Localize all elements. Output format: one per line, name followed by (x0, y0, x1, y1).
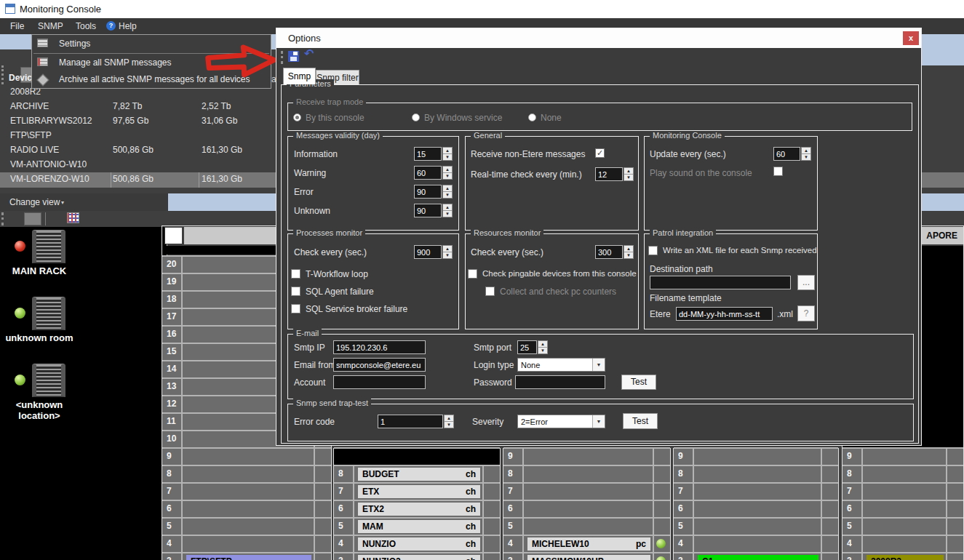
spin-up-icon[interactable]: ▲ (624, 168, 633, 175)
spin-down-icon[interactable]: ▼ (624, 252, 633, 258)
spin-down-icon[interactable]: ▼ (443, 211, 452, 217)
rack-toolbar-button[interactable] (24, 212, 41, 225)
rack-device[interactable]: MASSIMOW10UP (527, 555, 650, 560)
save-icon[interactable] (288, 51, 299, 62)
email-test-button[interactable]: Test (621, 375, 656, 390)
rack-row[interactable]: 5MAMch (334, 519, 500, 535)
rack-device[interactable]: ETX2ch (358, 503, 480, 516)
update-every-input[interactable] (773, 147, 800, 161)
rack-device[interactable]: C1 (698, 555, 818, 560)
tab-snmp[interactable]: Snmp (283, 68, 316, 84)
spin-down-icon[interactable]: ▼ (443, 173, 452, 179)
rack-row[interactable]: 4MICHELEW10pc (503, 536, 670, 552)
server-rack-icon[interactable] (32, 230, 65, 263)
rack-row[interactable]: 9 (503, 449, 670, 465)
rack-select-checkbox[interactable] (164, 227, 183, 244)
chevron-down-icon[interactable]: ▼ (592, 359, 605, 371)
grid-view-icon[interactable] (67, 212, 79, 223)
write-xml-checkbox[interactable] (648, 246, 658, 255)
processes-check-input[interactable] (414, 245, 442, 259)
close-icon[interactable]: x (903, 31, 919, 45)
login-type-dropdown[interactable]: None ▼ (517, 358, 605, 372)
radio-by-windows-service[interactable] (412, 113, 420, 121)
rack-row[interactable]: 9 (162, 449, 331, 465)
radio-by-this-console[interactable] (293, 113, 301, 121)
spin-up-icon[interactable]: ▲ (443, 185, 452, 192)
spinner[interactable]: ▲▼ (442, 204, 453, 217)
menu-file[interactable]: File (10, 21, 24, 31)
spinner[interactable]: ▲▼ (444, 415, 454, 428)
rack-row[interactable]: 9 (674, 449, 838, 465)
realtime-check-input[interactable] (595, 167, 623, 181)
spin-up-icon[interactable]: ▲ (443, 148, 452, 154)
spin-up-icon[interactable]: ▲ (538, 341, 547, 348)
destination-path-input[interactable] (650, 276, 791, 289)
rack-device[interactable]: MAMch (358, 520, 480, 533)
account-input[interactable] (333, 375, 426, 389)
spin-up-icon[interactable]: ▲ (443, 246, 452, 252)
rack-row[interactable]: 8 (842, 466, 963, 482)
browse-button[interactable]: ... (797, 275, 815, 290)
rack-device[interactable]: NUNZIOch (358, 537, 480, 551)
resources-check-input[interactable] (595, 245, 623, 259)
rack-row[interactable]: 3NUNZIO2ch (334, 553, 500, 560)
rack-row[interactable]: 4 (842, 536, 963, 552)
email-from-input[interactable] (333, 358, 426, 372)
rack-device[interactable]: BUDGETch (358, 468, 480, 481)
error-days-input[interactable] (414, 185, 442, 199)
spin-down-icon[interactable]: ▼ (624, 175, 633, 180)
spin-up-icon[interactable]: ▲ (443, 204, 452, 211)
server-rack-icon[interactable] (32, 297, 65, 330)
rack-row[interactable]: 6 (162, 501, 331, 517)
spinner[interactable]: ▲▼ (442, 245, 453, 259)
rack-device[interactable]: MICHELEW10pc (527, 537, 650, 551)
rack-row[interactable]: 7ETXch (334, 484, 500, 500)
play-sound-checkbox[interactable] (773, 167, 783, 176)
rack-row[interactable]: 8 (674, 466, 838, 482)
menu-help[interactable]: Help (119, 21, 137, 31)
spin-down-icon[interactable]: ▼ (538, 348, 547, 353)
spinner[interactable]: ▲▼ (442, 166, 453, 180)
error-code-input[interactable] (378, 415, 443, 428)
rack-row[interactable]: 8 (503, 466, 670, 482)
change-view-button[interactable]: Change view (9, 197, 60, 207)
filename-help-button[interactable]: ? (797, 305, 815, 321)
spin-up-icon[interactable]: ▲ (624, 246, 633, 252)
spinner[interactable]: ▲▼ (442, 147, 453, 161)
severity-dropdown[interactable]: 2=Error ▼ (517, 415, 605, 428)
spin-up-icon[interactable]: ▲ (445, 415, 453, 422)
rack-row[interactable]: 7 (842, 484, 963, 500)
spin-down-icon[interactable]: ▼ (445, 422, 453, 428)
rack-row[interactable]: 3FTP\SFTP (162, 553, 331, 560)
rack-row[interactable]: 7 (503, 484, 670, 500)
rack-row[interactable]: 8 (162, 466, 331, 482)
warning-days-input[interactable] (414, 166, 442, 180)
rack-row[interactable]: 4 (162, 536, 331, 552)
smtp-ip-input[interactable] (333, 340, 426, 354)
rack-row[interactable]: 6 (503, 501, 670, 517)
rack-device[interactable]: 2008R2 (867, 555, 944, 560)
rack-row[interactable]: 6ETX2ch (334, 501, 500, 517)
sql-agent-failure-checkbox[interactable] (291, 287, 300, 296)
filename-template-input[interactable] (676, 307, 773, 321)
menu-snmp[interactable]: SNMP (38, 21, 63, 31)
password-input[interactable] (515, 375, 605, 389)
spinner[interactable]: ▲▼ (624, 167, 634, 181)
receive-non-etere-checkbox[interactable]: ✓ (595, 148, 605, 158)
spinner[interactable]: ▲▼ (442, 185, 453, 199)
radio-none[interactable] (528, 113, 536, 121)
rack-row[interactable]: 32008R2 (842, 553, 963, 560)
check-pingable-checkbox[interactable] (468, 269, 477, 279)
spinner[interactable]: ▲▼ (538, 340, 548, 354)
spin-down-icon[interactable]: ▼ (802, 154, 810, 160)
rack-row[interactable]: 7 (162, 484, 331, 500)
dialog-toolbar-grip[interactable] (281, 51, 285, 64)
smtp-port-input[interactable] (517, 340, 537, 354)
menu-tools[interactable]: Tools (76, 21, 96, 31)
rack-row[interactable]: 9 (842, 449, 963, 465)
rack-row[interactable]: 5 (503, 519, 670, 535)
tworkflow-loop-checkbox[interactable] (291, 269, 300, 279)
spin-down-icon[interactable]: ▼ (443, 252, 452, 258)
rack-row[interactable]: 3MASSIMOW10UP (503, 553, 670, 560)
chevron-down-icon[interactable]: ▼ (592, 415, 605, 428)
